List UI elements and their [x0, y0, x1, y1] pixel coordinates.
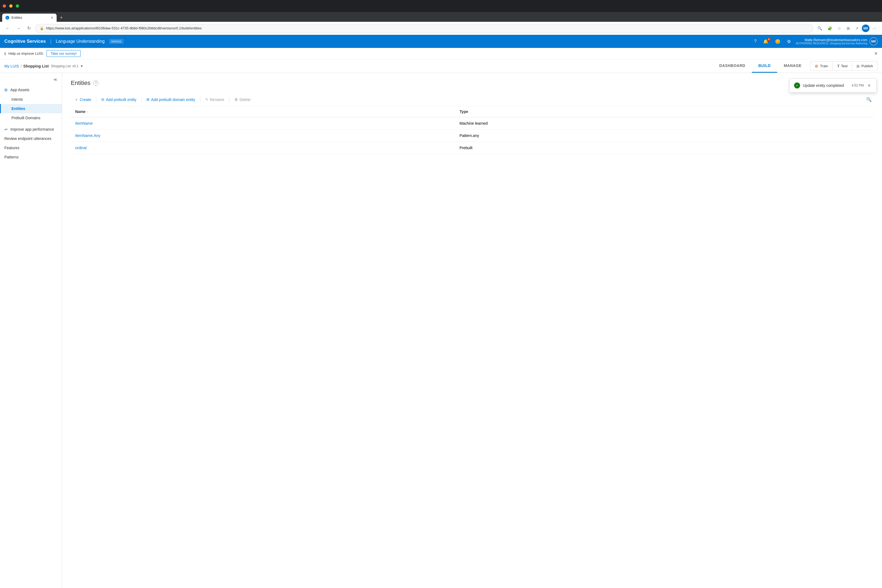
survey-banner: ℹ Help us improve LUIS. Take our survey!… — [0, 48, 882, 59]
favorites-button[interactable]: ☆ — [836, 24, 843, 32]
entity-name-cell-3: ordinal — [71, 142, 455, 154]
publish-icon: ⊞ — [856, 64, 860, 68]
new-tab-button[interactable]: + — [58, 14, 65, 22]
sidebar-item-features[interactable]: Features — [0, 143, 62, 153]
settings-button[interactable]: ⚙ — [785, 38, 792, 45]
survey-close-button[interactable]: ✕ — [874, 51, 878, 56]
tab-favicon: L — [6, 16, 9, 20]
survey-button[interactable]: Take our survey! — [46, 50, 81, 57]
add-prebuilt-button[interactable]: ⊟ Add prebuilt entity — [98, 96, 140, 104]
page-header: Entities ? — [71, 80, 873, 87]
breadcrumb-version: Shopping List — [51, 64, 71, 68]
address-bar[interactable]: 🔒 https://www.luis.ai/applications/d9106… — [35, 24, 813, 33]
delete-button[interactable]: 🗑 Delete — [231, 96, 254, 104]
notifications-button[interactable]: 🔔 3 — [761, 38, 770, 45]
entity-name-cell: ItemName — [71, 117, 455, 130]
browser-toolbar: ← → ↻ 🔒 https://www.luis.ai/applications… — [0, 22, 882, 35]
add-prebuilt-domain-button[interactable]: ⊞ Add prebuilt domain entity — [142, 96, 199, 104]
secondary-nav: My LUIS / Shopping List Shopping List v0… — [0, 59, 882, 73]
publish-button[interactable]: ⊞ Publish — [852, 61, 878, 71]
browser-tab[interactable]: L Entities ✕ — [2, 14, 57, 22]
sidebar-app-assets-header[interactable]: ⊞ App Assets — [0, 85, 62, 95]
entity-link-itemname[interactable]: ItemName — [75, 121, 93, 126]
info-icon: ℹ — [4, 51, 6, 56]
forward-button[interactable]: → — [14, 25, 23, 32]
entity-type-cell: Machine learned — [455, 117, 873, 130]
test-icon: 𝐓 — [837, 64, 840, 68]
share-button[interactable]: ↗ — [853, 24, 861, 32]
rename-icon: ✎ — [205, 98, 208, 102]
tab-close-button[interactable]: ✕ — [51, 16, 53, 20]
sidebar-item-intents[interactable]: Intents — [0, 95, 62, 104]
version-dropdown-icon[interactable]: ▼ — [80, 64, 83, 68]
app-assets-icon: ⊞ — [4, 88, 8, 92]
add-prebuilt-icon: ⊟ — [101, 98, 104, 102]
collections-button[interactable]: ⊞ — [844, 24, 852, 32]
rename-button[interactable]: ✎ Rename — [201, 96, 228, 104]
sidebar-item-review-utterances[interactable]: Review endpoint utterances — [0, 134, 62, 143]
create-label: Create — [80, 98, 91, 102]
toolbar-divider-1 — [96, 97, 96, 102]
entity-type-cell-2: Pattern.any — [455, 130, 873, 142]
test-button[interactable]: 𝐓 Test — [832, 61, 852, 71]
back-button[interactable]: ← — [3, 25, 12, 32]
tab-dashboard[interactable]: DASHBOARD — [712, 59, 752, 73]
breadcrumb-separator: / — [21, 64, 22, 68]
entity-name-cell-2: ItemName.Any — [71, 130, 455, 142]
create-button[interactable]: ＋ Create — [71, 96, 95, 104]
sidebar-item-prebuilt-domains[interactable]: Prebuilt Domains — [0, 113, 62, 123]
survey-text: Help us improve LUIS. — [9, 51, 44, 56]
create-icon: ＋ — [75, 97, 78, 102]
sidebar-item-improve-performance[interactable]: ⇌ Improve app performance — [0, 124, 62, 134]
version-label: v0.1 — [72, 64, 79, 68]
breadcrumb-app-name: Shopping List — [23, 64, 49, 68]
lock-icon: 🔒 — [40, 26, 44, 30]
toast-message: Update entity completed — [803, 83, 849, 88]
train-button[interactable]: ⚙ Train — [810, 61, 832, 71]
sidebar-collapse-button[interactable]: ≪ — [52, 76, 58, 83]
user-info: Malte.Reimann@studentambassadors.com AUT… — [796, 38, 867, 45]
table-row: ordinal Prebuilt — [71, 142, 873, 154]
tab-build[interactable]: BUILD — [752, 59, 777, 73]
emoji-button[interactable]: 😊 — [773, 38, 782, 45]
browser-tab-bar: L Entities ✕ + — [0, 12, 882, 22]
help-button[interactable]: ? — [752, 38, 758, 45]
sidebar-collapse-area: ≪ — [0, 73, 62, 83]
delete-icon: 🗑 — [234, 98, 238, 102]
toolbar-divider-4 — [229, 97, 230, 102]
delete-label: Delete — [240, 98, 250, 102]
entities-table: Name ↑ Type ItemName Machine learned — [71, 106, 873, 154]
table-row: ItemName Machine learned — [71, 117, 873, 130]
search-entities-button[interactable]: 🔍 — [865, 95, 873, 104]
add-prebuilt-domain-label: Add prebuilt domain entity — [151, 98, 195, 102]
toast-check-icon: ✓ — [794, 82, 800, 88]
breadcrumb-home[interactable]: My LUIS — [4, 64, 19, 68]
sort-icon[interactable]: ↑ — [87, 110, 88, 114]
toast-notification: ✓ Update entity completed 4:52 PM ✕ — [789, 78, 876, 93]
browser-profile-avatar[interactable]: MR — [862, 24, 870, 32]
region-badge: westus — [109, 39, 124, 44]
add-prebuilt-label: Add prebuilt entity — [106, 98, 136, 102]
rename-label: Rename — [210, 98, 224, 102]
page-help-icon[interactable]: ? — [93, 80, 99, 86]
publish-label: Publish — [861, 64, 873, 68]
col-name-header: Name ↑ — [71, 106, 455, 117]
tab-manage[interactable]: MANAGE — [777, 59, 808, 73]
url-text: https://www.luis.ai/applications/d9106da… — [46, 26, 202, 30]
refresh-button[interactable]: ↻ — [25, 24, 33, 32]
entity-link-itemname-any[interactable]: ItemName.Any — [75, 134, 100, 138]
browser-chrome — [0, 0, 882, 12]
sidebar-section-app-assets: ⊞ App Assets Intents Entities Prebuilt D… — [0, 83, 62, 124]
train-icon: ⚙ — [815, 64, 818, 68]
sidebar-item-patterns[interactable]: Patterns — [0, 153, 62, 162]
breadcrumb: My LUIS / Shopping List Shopping List v0… — [4, 64, 83, 68]
main-layout: ≪ ⊞ App Assets Intents Entities Prebuilt… — [0, 73, 882, 588]
entity-link-ordinal[interactable]: ordinal — [75, 146, 87, 150]
browser-menu-button[interactable]: ⋯ — [871, 24, 879, 32]
sidebar-item-entities[interactable]: Entities — [0, 104, 62, 113]
extensions-button[interactable]: 🧩 — [825, 24, 834, 32]
profile-avatar[interactable]: MR — [870, 37, 878, 45]
user-email: Malte.Reimann@studentambassadors.com — [796, 38, 867, 42]
search-browser-button[interactable]: 🔍 — [815, 24, 824, 32]
toast-close-button[interactable]: ✕ — [867, 83, 872, 88]
